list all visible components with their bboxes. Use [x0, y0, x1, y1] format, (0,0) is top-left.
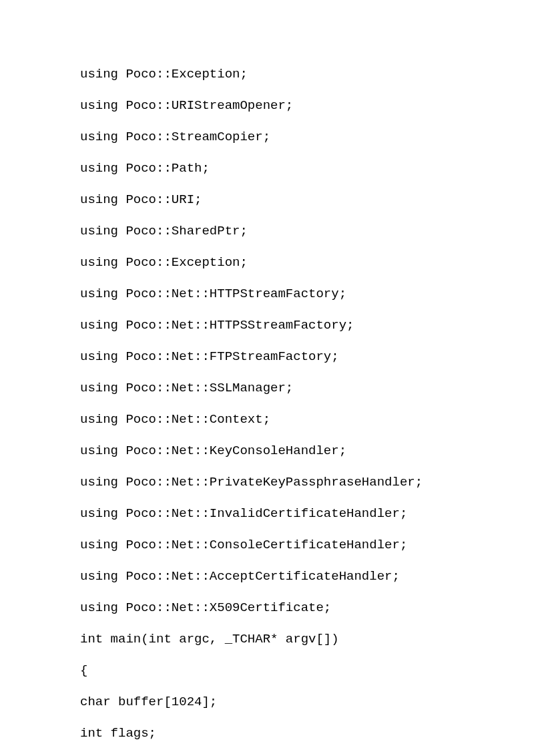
code-line: using Poco::Net::AcceptCertificateHandle…	[80, 569, 454, 584]
code-line: {	[80, 663, 454, 678]
code-line: using Poco::Net::KeyConsoleHandler;	[80, 443, 454, 458]
code-line: using Poco::Net::HTTPStreamFactory;	[80, 287, 454, 301]
code-line: using Poco::SharedPtr;	[80, 224, 454, 238]
code-line: using Poco::Net::Context;	[80, 412, 454, 427]
code-line: int flags;	[80, 726, 454, 741]
code-page: using Poco::Exception; using Poco::URISt…	[0, 0, 534, 741]
code-line: using Poco::Net::SSLManager;	[80, 381, 454, 395]
code-line: using Poco::Exception;	[80, 67, 454, 81]
code-line: using Poco::Net::X509Certificate;	[80, 600, 454, 615]
code-line: int main(int argc, _TCHAR* argv[])	[80, 632, 454, 646]
code-line: using Poco::Exception;	[80, 255, 454, 270]
code-line: using Poco::Net::InvalidCertificateHandl…	[80, 506, 454, 521]
code-line: using Poco::Net::ConsoleCertificateHandl…	[80, 538, 454, 552]
code-line: using Poco::StreamCopier;	[80, 130, 454, 144]
code-line: using Poco::Net::FTPStreamFactory;	[80, 349, 454, 364]
code-line: using Poco::Net::HTTPSStreamFactory;	[80, 318, 454, 333]
code-line: using Poco::Path;	[80, 161, 454, 176]
code-line: using Poco::Net::PrivateKeyPassphraseHan…	[80, 475, 454, 490]
code-line: using Poco::URIStreamOpener;	[80, 98, 454, 113]
code-line: using Poco::URI;	[80, 192, 454, 207]
code-line: char buffer[1024];	[80, 695, 454, 709]
